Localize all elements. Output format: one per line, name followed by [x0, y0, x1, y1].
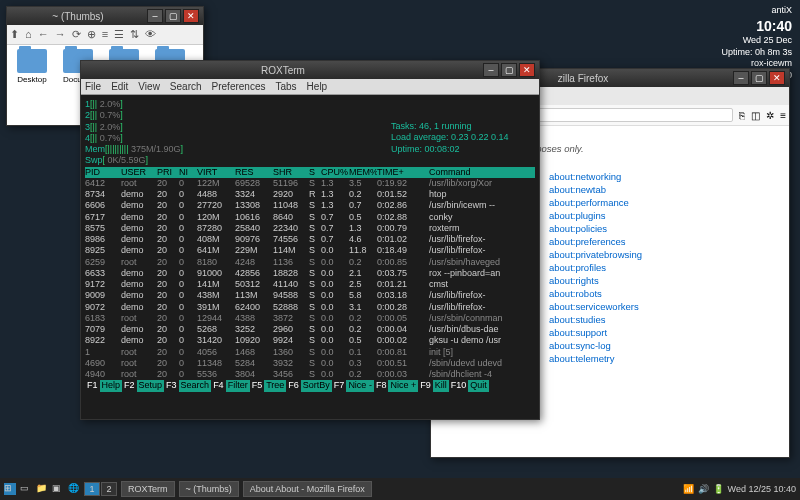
refresh-icon[interactable]: ⟳ [72, 28, 81, 41]
task-button[interactable]: ~ (Thumbs) [179, 481, 239, 497]
folder-icon [17, 49, 47, 73]
home-icon[interactable]: ⌂ [25, 28, 32, 41]
term-titlebar[interactable]: ROXTerm – ▢ ✕ [81, 61, 539, 79]
minimize-button[interactable]: – [733, 71, 749, 85]
process-row[interactable]: 1root200405614681360S0.00.10:00.81init [… [85, 347, 535, 358]
menu-edit[interactable]: Edit [111, 81, 128, 92]
task-button[interactable]: ROXTerm [121, 481, 175, 497]
about-links-right: about:networkingabout:newtababout:perfor… [549, 171, 781, 364]
process-row[interactable]: 8922demo20031420109209924S0.00.50:00.02g… [85, 335, 535, 346]
process-row[interactable]: 4690root2001134852843932S0.00.30:00.51/s… [85, 358, 535, 369]
terminal-window[interactable]: ROXTerm – ▢ ✕ FileEditViewSearchPreferen… [80, 60, 540, 420]
about-link[interactable]: about:profiles [549, 262, 781, 273]
process-row[interactable]: 4940root200553638043456S0.00.20:00.03/sb… [85, 369, 535, 380]
htop-output[interactable]: 1[|| 2.0%] 2[|| 0.7%] 3[|| 2.0%] 4[|| 0.… [81, 95, 539, 417]
thumbs-toolbar: ⬆ ⌂ ← → ⟳ ⊕ ≡ ☰ ⇅ 👁 [7, 25, 203, 45]
zoom-icon[interactable]: ⊕ [87, 28, 96, 41]
browser-icon[interactable]: 🌐 [68, 483, 80, 495]
workspace-switcher[interactable]: 12 [84, 482, 117, 496]
htop-header[interactable]: PIDUSERPRINIVIRTRESSHRSCPU%MEM%TIME+Comm… [85, 167, 535, 178]
process-row[interactable]: 9009demo200438M113M94588S0.05.80:03.18/u… [85, 290, 535, 301]
sidebar-icon[interactable]: ◫ [751, 110, 760, 121]
terminal-icon[interactable]: ▣ [52, 483, 64, 495]
battery-icon[interactable]: 🔋 [713, 484, 724, 494]
show-desktop-icon[interactable]: ▭ [20, 483, 32, 495]
about-link[interactable]: about:performance [549, 197, 781, 208]
process-row[interactable]: 6717demo200120M106168640S0.70.50:02.88co… [85, 212, 535, 223]
about-link[interactable]: about:studies [549, 314, 781, 325]
process-row[interactable]: 6633demo200910004285618828S0.02.10:03.75… [85, 268, 535, 279]
minimize-button[interactable]: – [483, 63, 499, 77]
process-row[interactable]: 6183root2001294443883872S0.00.20:00.05/u… [85, 313, 535, 324]
term-menubar[interactable]: FileEditViewSearchPreferencesTabsHelp [81, 79, 539, 95]
menu-icon[interactable]: ≡ [780, 110, 786, 121]
htop-fkeys[interactable]: F1HelpF2SetupF3SearchF4FilterF5TreeF6Sor… [85, 380, 535, 391]
maximize-button[interactable]: ▢ [501, 63, 517, 77]
about-link[interactable]: about:policies [549, 223, 781, 234]
forward-icon[interactable]: → [55, 28, 66, 41]
volume-icon[interactable]: 🔊 [698, 484, 709, 494]
workspace-1[interactable]: 1 [84, 482, 100, 496]
distro-label: antiX [721, 5, 792, 17]
menu-tabs[interactable]: Tabs [275, 81, 296, 92]
about-link[interactable]: about:networking [549, 171, 781, 182]
thumbs-title: ~ (Thumbs) [11, 11, 145, 22]
desktop-uptime: Uptime: 0h 8m 3s [721, 47, 792, 59]
folder-item[interactable]: Desktop [11, 49, 53, 84]
task-button[interactable]: About About - Mozilla Firefox [243, 481, 372, 497]
folder-label: Desktop [11, 75, 53, 84]
up-icon[interactable]: ⬆ [10, 28, 19, 41]
about-link[interactable]: about:plugins [549, 210, 781, 221]
about-link[interactable]: about:preferences [549, 236, 781, 247]
maximize-button[interactable]: ▢ [751, 71, 767, 85]
maximize-button[interactable]: ▢ [165, 9, 181, 23]
process-row[interactable]: 6412root200122M6952851196S1.33.50:19.92/… [85, 178, 535, 189]
process-row[interactable]: 6606demo200277201330811048S1.30.70:02.86… [85, 200, 535, 211]
network-icon[interactable]: 📶 [683, 484, 694, 494]
about-link[interactable]: about:robots [549, 288, 781, 299]
task-buttons: ROXTerm~ (Thumbs)About About - Mozilla F… [121, 481, 372, 497]
file-manager-icon[interactable]: 📁 [36, 483, 48, 495]
process-row[interactable]: 6259root200818042481136S0.00.20:00.85/us… [85, 257, 535, 268]
menu-search[interactable]: Search [170, 81, 202, 92]
hidden-icon[interactable]: 👁 [145, 28, 156, 41]
process-row[interactable]: 8734demo200448833242920R1.30.20:01.52hto… [85, 189, 535, 200]
sort-icon[interactable]: ⇅ [130, 28, 139, 41]
process-row[interactable]: 8986demo200408M9097674556S0.74.60:01.02/… [85, 234, 535, 245]
extensions-icon[interactable]: ✲ [766, 110, 774, 121]
menu-file[interactable]: File [85, 81, 101, 92]
process-row[interactable]: 7079demo200526832522960S0.00.20:00.04/us… [85, 324, 535, 335]
process-row[interactable]: 8925demo200641M229M114MS0.011.80:18.49/u… [85, 245, 535, 256]
about-link[interactable]: about:serviceworkers [549, 301, 781, 312]
taskbar[interactable]: ⊞ ▭ 📁 ▣ 🌐 12 ROXTerm~ (Thumbs)About Abou… [0, 478, 800, 500]
about-link[interactable]: about:privatebrowsing [549, 249, 781, 260]
start-menu-icon[interactable]: ⊞ [4, 483, 16, 495]
system-tray[interactable]: 📶 🔊 🔋 [683, 484, 724, 494]
desktop-time: 10:40 [721, 17, 792, 35]
view-icon[interactable]: ≡ [102, 28, 108, 41]
minimize-button[interactable]: – [147, 9, 163, 23]
close-button[interactable]: ✕ [183, 9, 199, 23]
thumbs-titlebar[interactable]: ~ (Thumbs) – ▢ ✕ [7, 7, 203, 25]
taskbar-clock[interactable]: Wed 12/25 10:40 [728, 484, 796, 494]
process-row[interactable]: 9172demo200141M5031241140S0.02.50:01.21c… [85, 279, 535, 290]
details-icon[interactable]: ☰ [114, 28, 124, 41]
desktop-date: Wed 25 Dec [721, 35, 792, 47]
about-link[interactable]: about:newtab [549, 184, 781, 195]
close-button[interactable]: ✕ [519, 63, 535, 77]
term-title: ROXTerm [85, 65, 481, 76]
process-row[interactable]: 8575demo200872802584022340S0.71.30:00.79… [85, 223, 535, 234]
about-link[interactable]: about:telemetry [549, 353, 781, 364]
back-icon[interactable]: ← [38, 28, 49, 41]
about-link[interactable]: about:support [549, 327, 781, 338]
close-button[interactable]: ✕ [769, 71, 785, 85]
menu-preferences[interactable]: Preferences [212, 81, 266, 92]
about-link[interactable]: about:sync-log [549, 340, 781, 351]
about-link[interactable]: about:rights [549, 275, 781, 286]
workspace-2[interactable]: 2 [101, 482, 117, 496]
menu-help[interactable]: Help [307, 81, 328, 92]
process-row[interactable]: 9072demo200391M6240052888S0.03.10:00.28/… [85, 302, 535, 313]
library-icon[interactable]: ⎘ [739, 110, 745, 121]
menu-view[interactable]: View [138, 81, 160, 92]
